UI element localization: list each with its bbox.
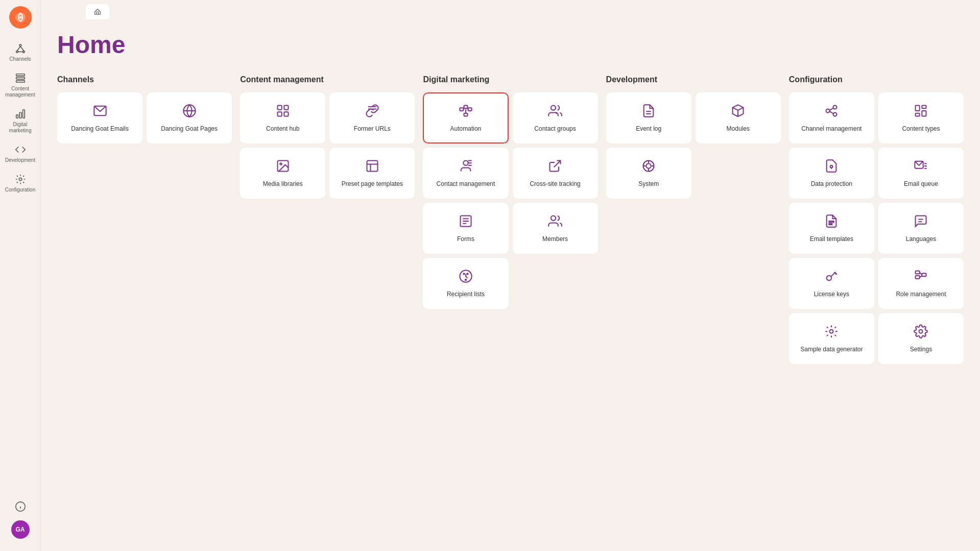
card-role-management[interactable]: Role management xyxy=(878,258,964,309)
logo[interactable] xyxy=(9,6,32,29)
card-dancing-goat-pages[interactable]: Dancing Goat Pages xyxy=(147,92,232,143)
cards-grid-configuration: Channel managementContent typesData prot… xyxy=(789,92,964,364)
info-button[interactable] xyxy=(2,497,39,516)
svg-point-86 xyxy=(827,276,831,280)
card-languages[interactable]: Languages xyxy=(878,203,964,254)
section-title-channels: Channels xyxy=(57,75,232,84)
svg-rect-73 xyxy=(916,106,920,111)
email-templates-icon xyxy=(824,214,839,230)
card-modules[interactable]: Modules xyxy=(696,92,781,143)
svg-rect-13 xyxy=(19,112,21,118)
sidebar-item-digital-marketing[interactable]: Digital marketing xyxy=(2,104,39,138)
user-avatar[interactable]: GA xyxy=(11,520,30,539)
former-urls-icon xyxy=(365,104,379,120)
svg-point-55 xyxy=(463,273,464,274)
svg-point-54 xyxy=(465,279,466,280)
card-system[interactable]: System xyxy=(606,148,691,199)
svg-rect-30 xyxy=(367,161,377,172)
card-channel-management[interactable]: Channel management xyxy=(789,92,874,143)
card-email-queue[interactable]: Email queue xyxy=(878,148,964,199)
card-data-protection[interactable]: Data protection xyxy=(789,148,874,199)
svg-point-70 xyxy=(833,113,837,116)
card-label-system: System xyxy=(638,180,659,188)
card-label-sample-data-generator: Sample data generator xyxy=(800,346,863,354)
license-keys-icon xyxy=(824,269,839,285)
card-automation[interactable]: Automation xyxy=(423,92,508,143)
sidebar-item-development-label: Development xyxy=(5,157,35,163)
sidebar-item-development[interactable]: Development xyxy=(2,140,39,167)
svg-point-41 xyxy=(551,106,556,110)
card-forms[interactable]: Forms xyxy=(423,203,508,254)
svg-point-95 xyxy=(830,330,833,333)
card-label-media-libraries: Media libraries xyxy=(263,180,303,188)
card-cross-site-tracking[interactable]: Cross-site tracking xyxy=(513,148,598,199)
svg-line-71 xyxy=(830,108,833,110)
card-label-contact-groups: Contact groups xyxy=(534,125,576,133)
svg-rect-90 xyxy=(916,276,920,279)
card-content-types[interactable]: Content types xyxy=(878,92,964,143)
sidebar-item-configuration-label: Configuration xyxy=(5,187,35,193)
card-contact-groups[interactable]: Contact groups xyxy=(513,92,598,143)
svg-rect-74 xyxy=(922,106,926,109)
contact-groups-icon xyxy=(548,104,562,120)
card-label-automation: Automation xyxy=(450,125,482,133)
card-dancing-goat-emails[interactable]: Dancing Goat Emails xyxy=(57,92,142,143)
svg-rect-75 xyxy=(922,111,926,116)
card-label-dancing-goat-pages: Dancing Goat Pages xyxy=(161,125,218,133)
card-label-email-queue: Email queue xyxy=(904,180,938,188)
card-preset-page-templates[interactable]: Preset page templates xyxy=(329,148,415,199)
card-contact-management[interactable]: Contact management xyxy=(423,148,508,199)
svg-rect-91 xyxy=(916,271,920,274)
card-members[interactable]: Members xyxy=(513,203,598,254)
card-label-content-types: Content types xyxy=(902,125,940,133)
sidebar-item-configuration[interactable]: Configuration xyxy=(2,170,39,197)
svg-rect-36 xyxy=(464,113,467,116)
card-settings[interactable]: Settings xyxy=(878,313,964,364)
automation-icon xyxy=(459,104,473,120)
email-queue-icon xyxy=(914,159,928,175)
card-label-contact-management: Contact management xyxy=(437,180,495,188)
card-label-preset-page-templates: Preset page templates xyxy=(342,180,403,188)
card-label-license-keys: License keys xyxy=(814,291,849,299)
card-former-urls[interactable]: Former URLs xyxy=(329,92,415,143)
svg-rect-24 xyxy=(277,112,281,116)
cards-grid-digital-marketing: AutomationContact groupsContact manageme… xyxy=(423,92,597,309)
card-label-dancing-goat-emails: Dancing Goat Emails xyxy=(71,125,129,133)
card-label-role-management: Role management xyxy=(896,291,946,299)
sidebar-item-channels[interactable]: Channels xyxy=(2,39,39,66)
card-sample-data-generator[interactable]: Sample data generator xyxy=(789,313,874,364)
card-content-hub[interactable]: Content hub xyxy=(240,92,325,143)
card-label-content-hub: Content hub xyxy=(266,125,299,133)
svg-rect-34 xyxy=(468,108,472,111)
card-label-former-urls: Former URLs xyxy=(354,125,391,133)
card-label-languages: Languages xyxy=(906,235,936,244)
main-content: Home ChannelsDancing Goat EmailsDancing … xyxy=(41,0,980,551)
card-label-event-log: Event log xyxy=(636,125,661,133)
svg-point-96 xyxy=(919,330,923,333)
card-event-log[interactable]: Event log xyxy=(606,92,691,143)
card-email-templates[interactable]: Email templates xyxy=(789,203,874,254)
card-recipient-lists[interactable]: Recipient lists xyxy=(423,258,508,309)
forms-icon xyxy=(459,214,473,230)
sidebar-item-channels-label: Channels xyxy=(9,56,31,62)
channel-management-icon xyxy=(824,104,839,120)
card-label-recipient-lists: Recipient lists xyxy=(447,291,485,299)
svg-point-56 xyxy=(467,273,468,274)
svg-point-52 xyxy=(551,216,556,221)
email-icon xyxy=(93,104,107,120)
media-libraries-icon xyxy=(276,159,290,175)
sidebar-item-content-management-label: Content management xyxy=(4,86,37,98)
svg-point-29 xyxy=(280,163,282,165)
svg-rect-33 xyxy=(460,108,463,111)
svg-line-7 xyxy=(20,46,23,51)
svg-rect-83 xyxy=(829,224,832,225)
svg-rect-92 xyxy=(922,273,926,276)
card-label-modules: Modules xyxy=(727,125,750,133)
card-media-libraries[interactable]: Media libraries xyxy=(240,148,325,199)
card-license-keys[interactable]: License keys xyxy=(789,258,874,309)
contact-management-icon xyxy=(459,159,473,175)
card-label-data-protection: Data protection xyxy=(811,180,852,188)
svg-line-72 xyxy=(830,111,833,113)
svg-line-61 xyxy=(738,108,744,110)
sidebar-item-content-management[interactable]: Content management xyxy=(2,68,39,102)
